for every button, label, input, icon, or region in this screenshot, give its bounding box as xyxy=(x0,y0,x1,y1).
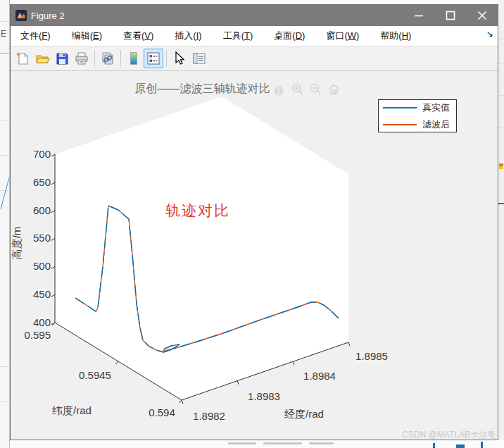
menu-help[interactable]: 帮助(H) xyxy=(375,27,416,45)
figure-toolbar xyxy=(11,46,498,71)
plot-annotation[interactable]: 轨迹对比 xyxy=(165,201,230,220)
print-figure-button[interactable] xyxy=(72,49,92,68)
menubar: 文件(F) 编辑(E) 查看(V) 插入(I) 工具(T) 桌面(D) 窗口(W… xyxy=(11,26,498,46)
background-window-fragment-left: E xyxy=(0,0,10,448)
pan-hand-icon[interactable] xyxy=(272,82,286,96)
dock-figure-arrow-icon[interactable]: ↘ xyxy=(486,29,493,39)
edit-plot-button[interactable] xyxy=(170,49,189,68)
zoom-out-icon[interactable] xyxy=(309,82,322,96)
insert-legend-button[interactable] xyxy=(144,49,163,68)
matlab-icon xyxy=(15,10,27,21)
z-tick: 450 xyxy=(30,288,51,300)
legend-line-swatch-orange xyxy=(383,124,417,125)
legend-label: 真实值 xyxy=(422,101,450,114)
save-figure-icon xyxy=(54,51,70,66)
z-tick: 650 xyxy=(30,176,51,188)
figure-canvas[interactable]: 原创——滤波三轴轨迹对比 xyxy=(11,71,498,440)
background-window-fragment-right xyxy=(498,0,504,448)
property-inspector-icon xyxy=(191,51,207,66)
y-tick: 0.594 xyxy=(144,406,179,418)
maximize-button[interactable] xyxy=(434,5,466,26)
window-title: Figure 2 xyxy=(31,11,65,21)
background-window-fragment-bottom xyxy=(10,440,504,448)
titlebar[interactable]: Figure 2 xyxy=(11,5,498,26)
z-tick: 400 xyxy=(30,316,51,328)
link-plot-button[interactable] xyxy=(98,49,118,68)
toolbar-separator xyxy=(120,50,121,67)
z-tick: 600 xyxy=(30,204,51,216)
y-axis-label: 纬度/rad xyxy=(44,404,99,418)
x-tick: 1.8985 xyxy=(350,350,393,362)
new-figure-icon xyxy=(15,51,30,66)
menu-file[interactable]: 文件(F) xyxy=(15,27,56,45)
z-axis-label: 高度/m xyxy=(11,218,22,268)
new-figure-button[interactable] xyxy=(13,49,32,68)
menu-desktop[interactable]: 桌面(D) xyxy=(269,27,310,45)
plot-box-walls xyxy=(55,97,348,400)
link-plot-icon xyxy=(100,51,115,66)
figure-window: Figure 2 xyxy=(10,4,498,440)
menu-view[interactable]: 查看(V) xyxy=(118,27,158,45)
print-figure-icon xyxy=(74,51,89,66)
minimize-icon xyxy=(414,11,424,20)
toolbar-separator xyxy=(166,50,167,67)
minimize-button[interactable] xyxy=(403,5,434,26)
close-button[interactable] xyxy=(466,5,498,26)
insert-legend-icon xyxy=(146,51,161,66)
background-text-fragment: E xyxy=(1,29,6,39)
z-tick: 700 xyxy=(30,148,51,160)
z-tick: 500 xyxy=(30,260,51,272)
insert-colorbar-button[interactable] xyxy=(124,49,144,68)
y-tick: 0.5945 xyxy=(75,369,115,381)
legend-box[interactable]: 真实值 滤波后 xyxy=(378,99,457,132)
menu-window[interactable]: 窗口(W) xyxy=(321,27,364,45)
property-inspector-button[interactable] xyxy=(189,49,209,68)
x-tick: 1.8983 xyxy=(243,390,285,402)
save-figure-button[interactable] xyxy=(52,49,72,68)
x-tick: 1.8982 xyxy=(188,410,230,422)
x-axis-label: 经度/rad xyxy=(272,408,336,421)
maximize-icon xyxy=(446,11,455,20)
menu-edit[interactable]: 编辑(E) xyxy=(67,27,107,45)
close-icon xyxy=(477,11,487,20)
plot-title: 原创——滤波三轴轨迹对比 xyxy=(123,82,282,97)
z-tick: 550 xyxy=(30,232,51,244)
legend-line-swatch-blue xyxy=(383,107,417,108)
menu-tools[interactable]: 工具(T) xyxy=(218,27,258,45)
background-plot-fragment xyxy=(0,173,10,211)
watermark: CSDN @MATLAB卡尔曼 xyxy=(402,429,496,440)
axes-toolbar xyxy=(272,82,341,96)
desktop-background: E Figure 2 xyxy=(0,0,504,448)
open-file-icon xyxy=(34,51,50,66)
legend-entry-true[interactable]: 真实值 xyxy=(383,101,452,114)
y-tick: 0.595 xyxy=(14,329,51,341)
home-restore-view-icon[interactable] xyxy=(327,82,341,96)
x-tick: 1.8984 xyxy=(298,370,341,382)
legend-label: 滤波后 xyxy=(422,118,450,131)
toolbar-separator xyxy=(94,50,95,67)
insert-colorbar-icon xyxy=(126,51,141,66)
zoom-in-icon[interactable] xyxy=(291,82,304,96)
legend-entry-filtered[interactable]: 滤波后 xyxy=(383,118,452,131)
menu-insert[interactable]: 插入(I) xyxy=(170,27,206,45)
edit-plot-icon xyxy=(172,51,187,66)
open-file-button[interactable] xyxy=(32,49,52,68)
